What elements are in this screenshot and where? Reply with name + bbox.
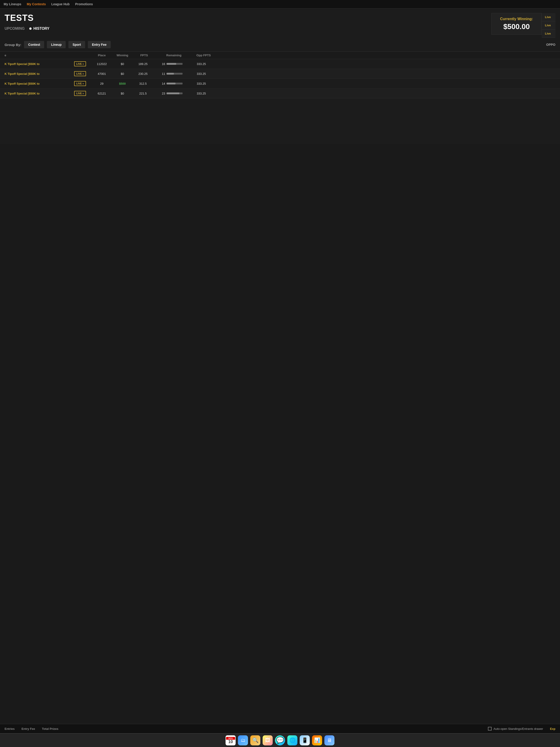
footer-entry-fee: Entry Fee bbox=[22, 727, 35, 730]
tab-upcoming[interactable]: UPCOMING bbox=[5, 25, 25, 32]
history-dot bbox=[29, 27, 32, 30]
dock-app-3[interactable]: 🔍 bbox=[250, 735, 260, 745]
dock-cal-month: NOV bbox=[226, 737, 235, 740]
auto-open-checkbox[interactable] bbox=[488, 727, 491, 730]
remaining-bar-2 bbox=[166, 83, 183, 84]
remaining-0: 16 bbox=[153, 62, 190, 66]
table-row: K Tipoff Special [$50K toLIVE »112022$01… bbox=[0, 59, 560, 69]
dock-calendar[interactable]: NOV 10 bbox=[225, 735, 236, 745]
table-row: K Tipoff Special [$50K toLIVE »29$500312… bbox=[0, 79, 560, 88]
groupby-lineup-btn[interactable]: Lineup bbox=[47, 41, 65, 48]
live-side-panel: Live Live Live bbox=[542, 13, 555, 38]
header-main: TESTS UPCOMING HISTORY bbox=[5, 13, 491, 32]
dock-app-8[interactable]: 📊 bbox=[312, 735, 322, 745]
footer-auto-open: Auto-open Standings/Entrants drawer bbox=[488, 727, 543, 730]
th-remaining: Remaining bbox=[156, 54, 192, 57]
contest-name-2[interactable]: K Tipoff Special [$50K to bbox=[5, 82, 69, 85]
dock-app-5[interactable]: 💬 bbox=[275, 735, 285, 745]
footer-bar: Entries Entry Fee Total Prizes Auto-open… bbox=[0, 724, 560, 733]
remaining-bar-1 bbox=[166, 73, 183, 75]
winning-3: $0 bbox=[112, 92, 133, 95]
opp-label: OPPO bbox=[546, 43, 555, 47]
dock-cal-day: 10 bbox=[228, 740, 233, 744]
groupby-sport-btn[interactable]: Sport bbox=[69, 41, 85, 48]
nav-league-hub[interactable]: League Hub bbox=[51, 2, 70, 6]
live-side-btn-3[interactable]: Live bbox=[542, 29, 555, 38]
remaining-1: 11 bbox=[153, 72, 190, 76]
place-0: 112022 bbox=[91, 62, 112, 66]
winning-panel: Currently Winning: $500.00 bbox=[491, 13, 542, 35]
dock-app-7[interactable]: 📱 bbox=[300, 735, 310, 745]
winning-label: Currently Winning: bbox=[497, 17, 536, 21]
table-row: K Tipoff Special [$50K toLIVE »62121$022… bbox=[0, 88, 560, 98]
footer-entries: Entries bbox=[5, 727, 15, 730]
footer-total-prizes: Total Prizes bbox=[42, 727, 58, 730]
live-side-btn-1[interactable]: Live bbox=[542, 13, 555, 21]
remaining-bar-0 bbox=[166, 63, 183, 65]
winning-1: $0 bbox=[112, 72, 133, 76]
remaining-num-0: 16 bbox=[161, 62, 165, 66]
place-1: 47001 bbox=[91, 72, 112, 76]
groupby-contest-btn[interactable]: Contest bbox=[24, 41, 44, 48]
dock-app-6[interactable]: 🌐 bbox=[287, 735, 297, 745]
remaining-num-2: 14 bbox=[161, 82, 165, 85]
opp-fpts-3: 333.25 bbox=[190, 92, 213, 95]
fpts-0: 189.25 bbox=[133, 62, 153, 66]
fpts-1: 230.25 bbox=[133, 72, 153, 76]
remaining-fill-3 bbox=[166, 93, 179, 94]
opp-fpts-2: 333.25 bbox=[190, 82, 213, 85]
place-2: 29 bbox=[91, 82, 112, 85]
groupby-section: Group By: Contest Lineup Sport Entry Fee… bbox=[0, 38, 560, 52]
remaining-num-1: 11 bbox=[161, 72, 165, 76]
live-badge-1[interactable]: LIVE » bbox=[74, 71, 86, 76]
th-winning: Winning bbox=[112, 54, 133, 57]
remaining-fill-0 bbox=[166, 63, 176, 65]
winning-amount: $500.00 bbox=[497, 22, 536, 31]
table-section: K Tipoff Special [$50K toLIVE »112022$01… bbox=[0, 59, 560, 98]
remaining-fill-2 bbox=[166, 83, 176, 84]
opp-fpts-0: 333.25 bbox=[190, 62, 213, 66]
history-label: HISTORY bbox=[33, 27, 49, 31]
tab-history[interactable]: HISTORY bbox=[29, 25, 49, 32]
nav-promotions[interactable]: Promotions bbox=[75, 2, 93, 6]
top-nav: My Lineups My Contests League Hub Promot… bbox=[0, 0, 560, 8]
th-place: Place bbox=[91, 54, 112, 57]
mac-dock: NOV 10 🗂 🔍 🖼 💬 🌐 📱 📊 🖥 bbox=[0, 733, 560, 747]
winning-0: $0 bbox=[112, 62, 133, 66]
header-section: TESTS UPCOMING HISTORY Currently Winning… bbox=[0, 8, 560, 38]
th-opp-fpts: Opp FPTS bbox=[192, 54, 215, 57]
table-header-row: e Place Winning FPTS Remaining Opp FPTS bbox=[0, 52, 560, 59]
dock-app-9[interactable]: 🖥 bbox=[324, 735, 335, 745]
page-title-area: TESTS UPCOMING HISTORY bbox=[5, 13, 491, 32]
th-fpts: FPTS bbox=[133, 54, 156, 57]
empty-space bbox=[0, 98, 560, 144]
winning-2: $500 bbox=[112, 82, 133, 85]
groupby-label: Group By: bbox=[5, 43, 21, 47]
nav-my-lineups[interactable]: My Lineups bbox=[4, 2, 21, 6]
opp-fpts-1: 333.25 bbox=[190, 72, 213, 76]
fpts-3: 221.5 bbox=[133, 92, 153, 95]
fpts-2: 312.5 bbox=[133, 82, 153, 85]
dock-app-4[interactable]: 🖼 bbox=[263, 735, 273, 745]
live-badge-3[interactable]: LIVE » bbox=[74, 91, 86, 96]
contest-name-3[interactable]: K Tipoff Special [$50K to bbox=[5, 92, 69, 95]
remaining-num-3: 23 bbox=[161, 92, 165, 95]
footer-exp: Exp bbox=[550, 727, 555, 730]
remaining-bar-3 bbox=[166, 93, 183, 94]
contest-name-0[interactable]: K Tipoff Special [$50K to bbox=[5, 62, 69, 66]
remaining-3: 23 bbox=[153, 92, 190, 95]
th-name: e bbox=[5, 54, 69, 57]
groupby-entryfee-btn[interactable]: Entry Fee bbox=[88, 41, 111, 48]
contest-name-1[interactable]: K Tipoff Special [$50K to bbox=[5, 72, 69, 76]
live-badge-2[interactable]: LIVE » bbox=[74, 81, 86, 86]
dock-app-2[interactable]: 🗂 bbox=[238, 735, 248, 745]
remaining-fill-1 bbox=[166, 73, 174, 75]
live-badge-0[interactable]: LIVE » bbox=[74, 61, 86, 67]
nav-my-contests[interactable]: My Contests bbox=[27, 2, 46, 6]
table-row: K Tipoff Special [$50K toLIVE »47001$023… bbox=[0, 69, 560, 79]
live-side-btn-2[interactable]: Live bbox=[542, 21, 555, 29]
tab-row: UPCOMING HISTORY bbox=[5, 25, 491, 32]
page-title: TESTS bbox=[5, 13, 491, 23]
place-3: 62121 bbox=[91, 92, 112, 95]
remaining-2: 14 bbox=[153, 82, 190, 85]
